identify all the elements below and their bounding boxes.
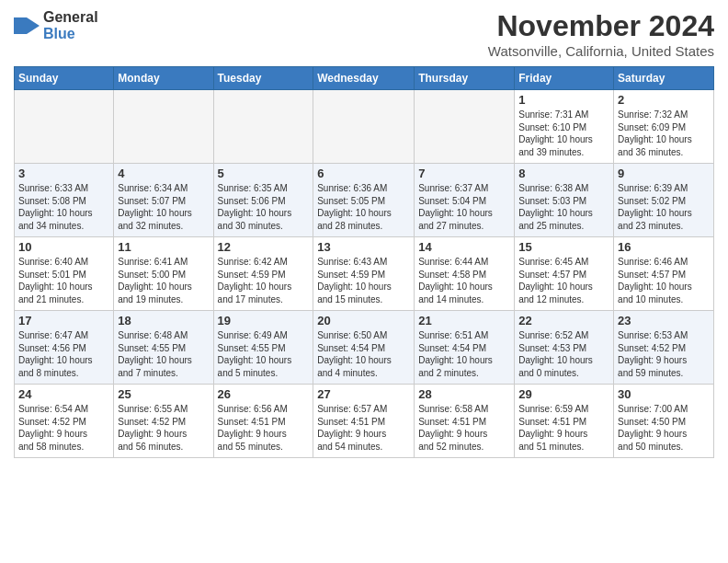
calendar-cell: 20Sunrise: 6:50 AM Sunset: 4:54 PM Dayli…	[313, 311, 415, 385]
calendar-week-row: 10Sunrise: 6:40 AM Sunset: 5:01 PM Dayli…	[15, 237, 714, 311]
day-info: Sunrise: 6:33 AM Sunset: 5:08 PM Dayligh…	[18, 182, 109, 232]
day-number: 26	[218, 387, 310, 401]
day-info: Sunrise: 6:49 AM Sunset: 4:55 PM Dayligh…	[218, 329, 310, 379]
col-sunday: Sunday	[15, 67, 114, 90]
calendar-cell	[415, 90, 515, 164]
day-number: 30	[618, 387, 710, 401]
col-monday: Monday	[114, 67, 213, 90]
calendar-cell	[213, 90, 313, 164]
calendar-cell: 29Sunrise: 6:59 AM Sunset: 4:51 PM Dayli…	[515, 385, 614, 458]
calendar-cell: 19Sunrise: 6:49 AM Sunset: 4:55 PM Dayli…	[213, 311, 313, 385]
col-friday: Friday	[515, 67, 614, 90]
calendar-week-row: 1Sunrise: 7:31 AM Sunset: 6:10 PM Daylig…	[15, 90, 714, 164]
calendar-cell: 27Sunrise: 6:57 AM Sunset: 4:51 PM Dayli…	[313, 385, 415, 458]
day-number: 17	[18, 314, 109, 327]
day-info: Sunrise: 6:51 AM Sunset: 4:54 PM Dayligh…	[418, 329, 510, 379]
day-number: 8	[518, 167, 609, 180]
day-number: 15	[518, 240, 609, 254]
day-number: 25	[118, 387, 209, 401]
title-section: November 2024 Watsonville, California, U…	[488, 9, 714, 59]
calendar-cell: 23Sunrise: 6:53 AM Sunset: 4:52 PM Dayli…	[614, 311, 714, 385]
day-info: Sunrise: 6:58 AM Sunset: 4:51 PM Dayligh…	[418, 403, 510, 453]
col-saturday: Saturday	[614, 67, 714, 90]
day-number: 24	[18, 387, 109, 401]
calendar-header-row: Sunday Monday Tuesday Wednesday Thursday…	[15, 67, 714, 90]
calendar-week-row: 3Sunrise: 6:33 AM Sunset: 5:08 PM Daylig…	[15, 164, 714, 237]
calendar-cell	[114, 90, 213, 164]
calendar-cell: 28Sunrise: 6:58 AM Sunset: 4:51 PM Dayli…	[415, 385, 515, 458]
day-info: Sunrise: 6:43 AM Sunset: 4:59 PM Dayligh…	[317, 256, 410, 305]
day-info: Sunrise: 6:46 AM Sunset: 4:57 PM Dayligh…	[618, 256, 710, 305]
calendar-cell: 22Sunrise: 6:52 AM Sunset: 4:53 PM Dayli…	[515, 311, 614, 385]
calendar-cell: 9Sunrise: 6:39 AM Sunset: 5:02 PM Daylig…	[614, 164, 714, 237]
logo-text: General Blue	[43, 9, 98, 41]
calendar-cell: 2Sunrise: 7:32 AM Sunset: 6:09 PM Daylig…	[614, 90, 714, 164]
calendar-cell: 26Sunrise: 6:56 AM Sunset: 4:51 PM Dayli…	[213, 385, 313, 458]
day-info: Sunrise: 6:36 AM Sunset: 5:05 PM Dayligh…	[317, 182, 410, 232]
day-info: Sunrise: 7:00 AM Sunset: 4:50 PM Dayligh…	[618, 403, 710, 453]
day-info: Sunrise: 6:42 AM Sunset: 4:59 PM Dayligh…	[218, 256, 310, 305]
day-number: 11	[118, 240, 209, 254]
day-number: 7	[418, 167, 510, 180]
day-number: 16	[618, 240, 710, 254]
calendar-cell: 4Sunrise: 6:34 AM Sunset: 5:07 PM Daylig…	[114, 164, 213, 237]
calendar-cell: 15Sunrise: 6:45 AM Sunset: 4:57 PM Dayli…	[515, 237, 614, 311]
day-number: 4	[118, 167, 209, 180]
calendar-cell: 7Sunrise: 6:37 AM Sunset: 5:04 PM Daylig…	[415, 164, 515, 237]
day-number: 28	[418, 387, 510, 401]
day-number: 27	[317, 387, 410, 401]
calendar-week-row: 17Sunrise: 6:47 AM Sunset: 4:56 PM Dayli…	[15, 311, 714, 385]
calendar-cell: 17Sunrise: 6:47 AM Sunset: 4:56 PM Dayli…	[15, 311, 114, 385]
day-number: 22	[518, 314, 609, 327]
calendar-cell: 18Sunrise: 6:48 AM Sunset: 4:55 PM Dayli…	[114, 311, 213, 385]
day-info: Sunrise: 6:57 AM Sunset: 4:51 PM Dayligh…	[317, 403, 410, 453]
location: Watsonville, California, United States	[488, 43, 714, 59]
day-info: Sunrise: 6:55 AM Sunset: 4:52 PM Dayligh…	[118, 403, 209, 453]
calendar-cell: 12Sunrise: 6:42 AM Sunset: 4:59 PM Dayli…	[213, 237, 313, 311]
page-container: General Blue November 2024 Watsonville, …	[0, 0, 728, 463]
col-thursday: Thursday	[415, 67, 515, 90]
calendar-cell: 8Sunrise: 6:38 AM Sunset: 5:03 PM Daylig…	[515, 164, 614, 237]
day-number: 21	[418, 314, 510, 327]
day-info: Sunrise: 6:53 AM Sunset: 4:52 PM Dayligh…	[618, 329, 710, 379]
calendar-cell: 24Sunrise: 6:54 AM Sunset: 4:52 PM Dayli…	[15, 385, 114, 458]
day-info: Sunrise: 6:34 AM Sunset: 5:07 PM Dayligh…	[118, 182, 209, 232]
day-info: Sunrise: 6:39 AM Sunset: 5:02 PM Dayligh…	[618, 182, 710, 232]
day-info: Sunrise: 6:48 AM Sunset: 4:55 PM Dayligh…	[118, 329, 209, 379]
calendar-cell: 16Sunrise: 6:46 AM Sunset: 4:57 PM Dayli…	[614, 237, 714, 311]
col-wednesday: Wednesday	[313, 67, 415, 90]
day-number: 6	[317, 167, 410, 180]
page-header: General Blue November 2024 Watsonville, …	[14, 9, 714, 59]
calendar-cell: 21Sunrise: 6:51 AM Sunset: 4:54 PM Dayli…	[415, 311, 515, 385]
calendar-cell: 3Sunrise: 6:33 AM Sunset: 5:08 PM Daylig…	[15, 164, 114, 237]
calendar-cell: 30Sunrise: 7:00 AM Sunset: 4:50 PM Dayli…	[614, 385, 714, 458]
day-info: Sunrise: 6:44 AM Sunset: 4:58 PM Dayligh…	[418, 256, 510, 305]
logo-general: General	[43, 9, 98, 26]
day-number: 9	[618, 167, 710, 180]
day-number: 29	[518, 387, 609, 401]
calendar-cell	[15, 90, 114, 164]
day-number: 1	[518, 93, 609, 107]
day-number: 5	[218, 167, 310, 180]
calendar-cell: 13Sunrise: 6:43 AM Sunset: 4:59 PM Dayli…	[313, 237, 415, 311]
day-number: 18	[118, 314, 209, 327]
calendar-week-row: 24Sunrise: 6:54 AM Sunset: 4:52 PM Dayli…	[15, 385, 714, 458]
day-info: Sunrise: 6:47 AM Sunset: 4:56 PM Dayligh…	[18, 329, 109, 379]
calendar-cell: 6Sunrise: 6:36 AM Sunset: 5:05 PM Daylig…	[313, 164, 415, 237]
day-number: 10	[18, 240, 109, 254]
day-info: Sunrise: 6:41 AM Sunset: 5:00 PM Dayligh…	[118, 256, 209, 305]
day-number: 14	[418, 240, 510, 254]
day-info: Sunrise: 6:50 AM Sunset: 4:54 PM Dayligh…	[317, 329, 410, 379]
day-info: Sunrise: 6:38 AM Sunset: 5:03 PM Dayligh…	[518, 182, 609, 232]
day-number: 3	[18, 167, 109, 180]
logo-icon	[14, 17, 40, 34]
calendar-cell	[313, 90, 415, 164]
day-info: Sunrise: 6:54 AM Sunset: 4:52 PM Dayligh…	[18, 403, 109, 453]
day-info: Sunrise: 6:40 AM Sunset: 5:01 PM Dayligh…	[18, 256, 109, 305]
day-info: Sunrise: 6:56 AM Sunset: 4:51 PM Dayligh…	[218, 403, 310, 453]
day-info: Sunrise: 6:59 AM Sunset: 4:51 PM Dayligh…	[518, 403, 609, 453]
logo: General Blue	[14, 9, 98, 41]
calendar-cell: 14Sunrise: 6:44 AM Sunset: 4:58 PM Dayli…	[415, 237, 515, 311]
day-number: 12	[218, 240, 310, 254]
calendar-cell: 1Sunrise: 7:31 AM Sunset: 6:10 PM Daylig…	[515, 90, 614, 164]
